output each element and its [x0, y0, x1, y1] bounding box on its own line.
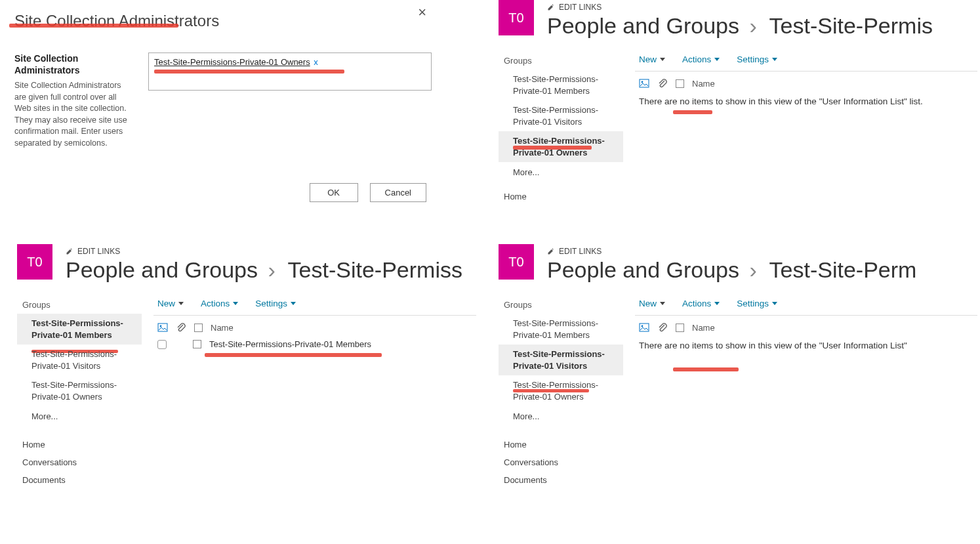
people-groups-panel-visitors: T0 EDIT LINKS People and Groups › Test-S…: [499, 244, 977, 533]
sidebar-item-visitors[interactable]: Test-Site-Permissions-Private-01 Visitor…: [499, 100, 623, 131]
people-groups-panel-members: T0 EDIT LINKS People and Groups › Test-S…: [17, 244, 476, 533]
sidebar-item-members[interactable]: Test-Site-Permissions-Private-01 Members: [499, 314, 623, 345]
nav-documents[interactable]: Documents: [17, 471, 142, 489]
attachment-icon: [657, 78, 668, 89]
picture-icon: [157, 322, 168, 333]
chevron-down-icon: [291, 302, 296, 305]
sidebar-more[interactable]: More...: [499, 162, 623, 182]
edit-links-button[interactable]: EDIT LINKS: [547, 247, 977, 256]
sidebar-item-owners[interactable]: Test-Site-Permissions-Private-01 Owners: [17, 375, 142, 406]
breadcrumb-root[interactable]: People and Groups: [66, 257, 258, 282]
edit-links-label: EDIT LINKS: [77, 247, 120, 256]
site-logo[interactable]: T0: [499, 244, 534, 280]
sidebar-more[interactable]: More...: [499, 406, 623, 427]
ok-button[interactable]: OK: [310, 183, 358, 202]
toolbar-settings-label: Settings: [737, 54, 769, 64]
toolbar-actions-label: Actions: [682, 299, 711, 308]
toolbar-settings-label: Settings: [737, 299, 769, 308]
chevron-down-icon: [233, 302, 238, 305]
dialog-left-column: Site Collection Administrators Site Coll…: [14, 52, 133, 149]
row-name[interactable]: Test-Site-Permissions-Private-01 Members: [209, 339, 371, 349]
breadcrumb-root[interactable]: People and Groups: [547, 257, 739, 282]
toolbar-actions-label: Actions: [682, 54, 711, 64]
groups-sidenav: Groups Test-Site-Permissions-Private-01 …: [17, 299, 142, 489]
picture-icon: [639, 322, 649, 333]
annotation-redline: [154, 70, 344, 73]
list-header-row: Name: [635, 320, 977, 335]
annotation-redline: [673, 367, 739, 371]
toolbar-actions[interactable]: Actions: [682, 299, 720, 308]
groups-heading: Groups: [17, 299, 142, 314]
table-row[interactable]: Test-Site-Permissions-Private-01 Members: [153, 335, 476, 353]
svg-rect-2: [158, 324, 167, 331]
groups-sidenav: Groups Test-Site-Permissions-Private-01 …: [499, 299, 623, 489]
toolbar-actions[interactable]: Actions: [201, 299, 238, 308]
groups-sidenav: Groups Test-Site-Permissions-Private-01 …: [499, 54, 623, 205]
chevron-down-icon: [714, 58, 720, 61]
breadcrumb-root[interactable]: People and Groups: [547, 13, 739, 38]
select-all-checkbox[interactable]: [676, 324, 684, 332]
chevron-down-icon: [660, 58, 665, 61]
people-groups-panel-owners: T0 EDIT LINKS People and Groups › Test-S…: [499, 0, 977, 223]
nav-home[interactable]: Home: [17, 436, 142, 453]
select-all-checkbox[interactable]: [676, 79, 684, 88]
chevron-down-icon: [772, 58, 777, 61]
list-toolbar: New Actions Settings: [153, 299, 476, 308]
groups-heading: Groups: [499, 54, 623, 70]
svg-rect-4: [640, 324, 649, 331]
select-all-checkbox[interactable]: [194, 324, 203, 332]
sidebar-item-visitors[interactable]: Test-Site-Permissions-Private-01 Visitor…: [17, 345, 142, 375]
breadcrumb-child: Test-Site-Permiss: [288, 257, 462, 282]
toolbar-settings[interactable]: Settings: [255, 299, 296, 308]
people-chip[interactable]: Test-Site-Permissions-Private-01 Owners: [154, 57, 310, 67]
edit-links-label: EDIT LINKS: [559, 247, 602, 256]
chevron-down-icon: [660, 302, 665, 305]
toolbar-new[interactable]: New: [639, 54, 665, 64]
nav-home[interactable]: Home: [499, 436, 623, 453]
site-logo[interactable]: T0: [17, 244, 52, 280]
toolbar-settings[interactable]: Settings: [737, 299, 777, 308]
attachment-icon: [657, 322, 668, 333]
toolbar-new-label: New: [639, 299, 657, 308]
list-area: New Actions Settings Name There are no i…: [635, 299, 977, 489]
people-picker-input[interactable]: Test-Site-Permissions-Private-01 Owners …: [148, 52, 432, 91]
sidebar-item-owners[interactable]: Test-Site-Permissions-Private-01 Owners: [499, 375, 623, 406]
groups-heading: Groups: [499, 299, 623, 314]
nav-documents[interactable]: Documents: [499, 471, 623, 489]
toolbar-settings-label: Settings: [255, 299, 287, 308]
toolbar-actions[interactable]: Actions: [682, 54, 720, 64]
svg-point-3: [160, 325, 162, 327]
toolbar-settings[interactable]: Settings: [737, 54, 777, 64]
sidebar-item-members[interactable]: Test-Site-Permissions-Private-01 Members: [499, 70, 623, 100]
nav-conversations[interactable]: Conversations: [499, 453, 623, 471]
pencil-icon: [547, 247, 555, 255]
sidebar-item-visitors[interactable]: Test-Site-Permissions-Private-01 Visitor…: [499, 345, 623, 375]
sidebar-item-members[interactable]: Test-Site-Permissions-Private-01 Members: [17, 314, 142, 345]
column-name[interactable]: Name: [692, 79, 715, 89]
list-header-row: Name: [153, 320, 476, 335]
picture-icon: [639, 78, 649, 89]
column-name[interactable]: Name: [211, 323, 234, 333]
list-area: New Actions Settings Name There are no i…: [635, 54, 977, 205]
site-collection-admins-dialog: Site Collection Administrators × Site Co…: [0, 0, 446, 236]
nav-home[interactable]: Home: [499, 188, 623, 205]
annotation-redline: [513, 146, 592, 150]
edit-links-button[interactable]: EDIT LINKS: [547, 3, 977, 12]
row-checkbox[interactable]: [157, 340, 167, 349]
nav-conversations[interactable]: Conversations: [17, 453, 142, 471]
column-name[interactable]: Name: [692, 323, 715, 333]
edit-links-button[interactable]: EDIT LINKS: [66, 247, 476, 256]
row-checkbox-2[interactable]: [193, 340, 201, 348]
close-icon[interactable]: ×: [418, 5, 426, 20]
toolbar-new[interactable]: New: [639, 299, 665, 308]
annotation-redline: [205, 353, 382, 357]
people-chip-remove[interactable]: x: [314, 57, 318, 67]
cancel-button[interactable]: Cancel: [370, 183, 426, 202]
chevron-down-icon: [772, 302, 777, 305]
sidebar-more[interactable]: More...: [17, 406, 142, 427]
toolbar-new[interactable]: New: [157, 299, 184, 308]
chevron-down-icon: [178, 302, 184, 305]
site-logo[interactable]: T0: [499, 0, 534, 35]
section-heading: Site Collection Administrators: [14, 52, 133, 76]
svg-point-5: [642, 325, 643, 327]
